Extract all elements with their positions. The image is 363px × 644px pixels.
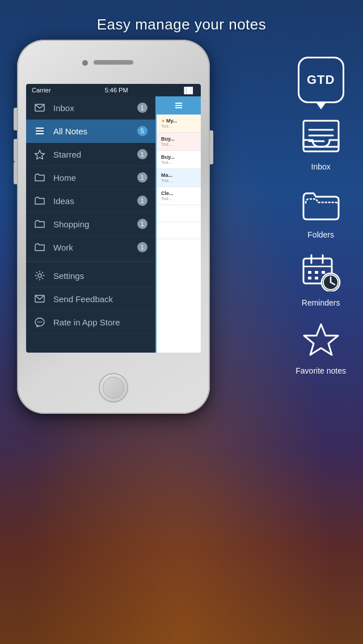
svg-rect-23 <box>315 271 318 274</box>
sidebar-item-feedback[interactable]: Send Feedback <box>26 287 155 311</box>
note-title: My... <box>166 118 177 124</box>
inbox-icon <box>34 102 45 113</box>
folders-feature-block: Folders <box>298 181 344 239</box>
sidebar-item-work[interactable]: Work 1 <box>26 236 155 259</box>
page-title: Easy manage your notes <box>0 16 363 33</box>
status-bar: Carrier 5:46 PM ▐█▌ <box>26 84 201 96</box>
work-label: Work <box>53 243 129 252</box>
notes-panel: ★ My... Tod... Buy... Tod... Buy... <box>155 96 201 353</box>
note-date: Tod... <box>161 142 196 147</box>
home-folder-icon <box>34 172 45 183</box>
screen-content: Inbox 1 All Notes 5 <box>26 96 201 353</box>
svg-point-9 <box>39 321 40 323</box>
svg-rect-14 <box>303 121 339 147</box>
all-notes-badge: 5 <box>137 126 147 136</box>
notes-header <box>157 96 201 115</box>
all-notes-label: All Notes <box>53 126 129 136</box>
reminders-feature-block: Reminders <box>298 249 344 307</box>
rate-chat-icon <box>34 316 45 328</box>
shopping-badge: 1 <box>137 219 147 229</box>
sidebar-item-starred[interactable]: Starred 1 <box>26 143 155 166</box>
note-title: Cle... <box>161 190 196 196</box>
svg-point-5 <box>38 274 41 277</box>
work-folder-icon <box>34 242 45 253</box>
inbox-label: Inbox <box>53 103 129 113</box>
starred-icon <box>34 149 45 160</box>
note-title: Buy... <box>161 136 196 142</box>
front-camera <box>82 60 88 66</box>
note-date: Tod... <box>161 196 196 201</box>
all-notes-icon <box>34 125 45 137</box>
note-item[interactable]: Buy... Tod... <box>157 133 201 151</box>
shopping-folder-icon <box>34 218 45 230</box>
sidebar-item-rate[interactable]: Rate in App Store <box>26 311 155 334</box>
note-item-empty <box>157 222 201 239</box>
svg-rect-24 <box>322 271 325 274</box>
notes-list: ★ My... Tod... Buy... Tod... Buy... <box>157 115 201 239</box>
settings-label: Settings <box>53 271 147 281</box>
note-title: Ma... <box>161 172 196 178</box>
ideas-badge: 1 <box>137 196 147 206</box>
phone-mockup: Carrier 5:46 PM ▐█▌ <box>17 40 210 414</box>
note-date: Tod... <box>161 160 196 165</box>
time-label: 5:46 PM <box>105 87 128 94</box>
gtd-text: GTD <box>307 73 335 87</box>
sidebar-divider <box>26 261 155 262</box>
favorite-feature-block: Favorite notes <box>296 317 346 375</box>
work-badge: 1 <box>137 242 147 252</box>
svg-rect-22 <box>308 271 311 274</box>
svg-rect-26 <box>315 277 318 279</box>
feature-icons: GTD Inbox Folders <box>296 57 346 375</box>
sidebar-item-home[interactable]: Home 1 <box>26 166 155 189</box>
favorite-feature-label: Favorite notes <box>296 366 346 375</box>
svg-marker-4 <box>35 150 45 159</box>
phone-screen: Carrier 5:46 PM ▐█▌ <box>26 84 201 353</box>
note-date: Tod... <box>161 178 196 183</box>
svg-point-8 <box>37 321 39 323</box>
inbox-feature-block: Inbox <box>298 113 344 171</box>
svg-point-10 <box>41 321 42 323</box>
shopping-label: Shopping <box>53 219 129 229</box>
ideas-folder-icon <box>34 195 45 206</box>
home-button[interactable] <box>99 373 128 402</box>
note-item[interactable]: Buy... Tod... <box>157 151 201 169</box>
ideas-label: Ideas <box>53 196 129 206</box>
inbox-feature-label: Inbox <box>311 162 331 171</box>
gtd-badge: GTD <box>298 57 344 103</box>
reminders-feature-icon <box>298 249 344 295</box>
sidebar-item-shopping[interactable]: Shopping 1 <box>26 213 155 236</box>
starred-badge: 1 <box>137 149 147 159</box>
home-badge: 1 <box>137 172 147 183</box>
note-item[interactable]: Ma... Tod... <box>157 169 201 187</box>
settings-gear-icon <box>34 270 45 281</box>
note-date: Tod... <box>161 124 196 129</box>
home-label: Home <box>53 173 129 183</box>
inbox-feature-icon <box>298 113 344 159</box>
folders-feature-icon <box>298 181 344 227</box>
note-item[interactable]: ★ My... Tod... <box>157 115 201 133</box>
carrier-label: Carrier <box>32 87 51 94</box>
sidebar-item-settings[interactable]: Settings <box>26 264 155 287</box>
note-item[interactable]: Cle... Tod... <box>157 187 201 205</box>
note-item-empty <box>157 205 201 222</box>
svg-rect-25 <box>308 277 311 279</box>
battery-icon: ▐█▌ <box>182 87 195 94</box>
earpiece <box>94 60 133 65</box>
folders-feature-label: Folders <box>307 230 334 239</box>
sidebar-item-all-notes[interactable]: All Notes 5 <box>26 120 155 143</box>
note-title: Buy... <box>161 154 196 160</box>
inbox-badge: 1 <box>137 103 147 113</box>
feedback-label: Send Feedback <box>53 294 147 304</box>
phone-frame: Carrier 5:46 PM ▐█▌ <box>17 40 210 414</box>
app-sidebar: Inbox 1 All Notes 5 <box>26 96 155 353</box>
sidebar-item-inbox[interactable]: Inbox 1 <box>26 96 155 120</box>
sidebar-item-ideas[interactable]: Ideas 1 <box>26 189 155 213</box>
feedback-mail-icon <box>34 293 45 304</box>
starred-label: Starred <box>53 150 129 159</box>
reminders-feature-label: Reminders <box>302 298 340 307</box>
favorite-feature-icon <box>298 317 344 363</box>
rate-label: Rate in App Store <box>53 317 147 327</box>
svg-marker-31 <box>304 324 338 355</box>
gtd-block: GTD <box>298 57 344 103</box>
